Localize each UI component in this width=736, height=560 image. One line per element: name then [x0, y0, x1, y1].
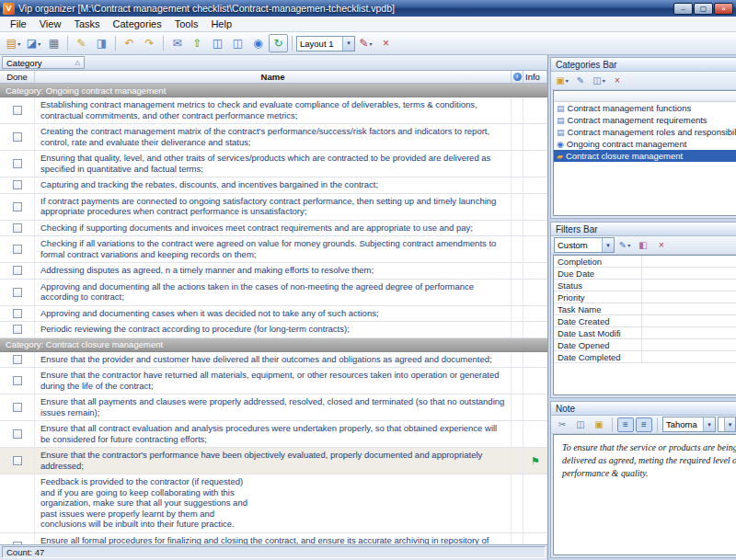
- task-row[interactable]: Ensure that the contractor have returned…: [0, 368, 547, 394]
- task-row[interactable]: Periodic reviewing the contract accordin…: [0, 322, 547, 338]
- task-checkbox[interactable]: [13, 403, 22, 412]
- task-checkbox[interactable]: [13, 266, 22, 275]
- web-button[interactable]: ◉: [248, 34, 268, 52]
- chevron-down-icon[interactable]: ▾: [342, 37, 354, 51]
- filter-field-row[interactable]: Priority: [554, 291, 736, 303]
- filter-field-value[interactable]: [642, 268, 736, 279]
- cut-button[interactable]: ✂: [554, 417, 570, 432]
- filter-field-row[interactable]: Date Created: [554, 315, 736, 327]
- task-row[interactable]: Creating the contract management matrix …: [0, 124, 547, 151]
- new-category-button[interactable]: ▣▾: [554, 74, 570, 88]
- edit-category-button[interactable]: ✎: [572, 74, 589, 88]
- filter-field-value[interactable]: [642, 327, 736, 338]
- filter-field-row[interactable]: Task Name: [554, 303, 736, 315]
- delete-filter-button[interactable]: ×: [653, 238, 670, 253]
- task-checkbox[interactable]: [13, 106, 22, 115]
- edit-layout-button[interactable]: ✎▾: [356, 34, 375, 52]
- filter-field-value[interactable]: [642, 256, 736, 267]
- chevron-down-icon[interactable]: ▾: [602, 238, 614, 252]
- print-button[interactable]: ▦: [44, 34, 63, 52]
- task-note-row[interactable]: Feedback is provided to the contractor (…: [0, 474, 547, 533]
- export-button[interactable]: ⇧: [188, 34, 207, 52]
- chevron-down-icon[interactable]: ▾: [703, 417, 715, 431]
- flag-icon[interactable]: ⚑: [531, 455, 540, 467]
- font-family-combo[interactable]: Tahoma▾: [662, 417, 716, 432]
- delete-layout-button[interactable]: ×: [376, 34, 396, 52]
- paste-button[interactable]: ▣: [591, 417, 607, 432]
- filter-field-row[interactable]: Due Date: [554, 268, 736, 280]
- duplicate-button[interactable]: ◨: [92, 34, 111, 52]
- filter-field-value[interactable]: [642, 280, 736, 291]
- new-task-button[interactable]: ▤▾: [4, 34, 23, 52]
- filters-bar-header[interactable]: Filters Bar ▣▭×: [551, 223, 736, 236]
- task-checkbox[interactable]: [13, 288, 22, 297]
- menu-tools[interactable]: Tools: [168, 17, 205, 30]
- filter-field-row[interactable]: Date Completed: [554, 351, 736, 363]
- group-header-row[interactable]: Category: Ongoing contract management: [0, 84, 547, 97]
- group-header-row[interactable]: Category: Contract closure management: [0, 338, 547, 352]
- category-item[interactable]: ▤Contract management roles and responsib…: [554, 126, 736, 138]
- task-checkbox[interactable]: [13, 355, 22, 364]
- menu-tasks[interactable]: Tasks: [67, 17, 106, 30]
- filter-field-value[interactable]: [642, 291, 736, 303]
- filter-field-value[interactable]: [642, 351, 736, 362]
- menu-view[interactable]: View: [33, 17, 68, 30]
- category-item[interactable]: ▤Contract management requirements1616: [554, 114, 736, 126]
- menu-categories[interactable]: Categories: [107, 17, 168, 30]
- filter-field-value[interactable]: [642, 303, 736, 314]
- task-checkbox[interactable]: [13, 180, 22, 189]
- task-row[interactable]: Approving and documenting all the action…: [0, 280, 547, 306]
- menu-help[interactable]: Help: [204, 17, 238, 30]
- task-row[interactable]: Approving and documenting cases when it …: [0, 306, 547, 323]
- view-switch-button[interactable]: ◫: [208, 34, 227, 52]
- edit-button[interactable]: ✎: [72, 34, 91, 52]
- undo-button[interactable]: ↶: [120, 34, 139, 52]
- task-row[interactable]: If contract payments are connected to on…: [0, 194, 547, 221]
- task-checkbox[interactable]: [13, 245, 22, 254]
- column-header-note-icon[interactable]: i: [512, 71, 523, 83]
- new-item-button[interactable]: ◪▾: [24, 34, 43, 52]
- task-row[interactable]: Checking if supporting documents and inv…: [0, 221, 547, 237]
- title-bar[interactable]: V Vip organizer [M:\Contract management …: [0, 0, 736, 17]
- align-left-button[interactable]: ≡: [617, 417, 634, 432]
- task-row[interactable]: Ensure that the provider and customer ha…: [0, 352, 547, 369]
- refresh-button[interactable]: ↻: [269, 34, 288, 52]
- task-checkbox[interactable]: [13, 325, 22, 334]
- category-item[interactable]: ◉Ongoing contract management1111: [554, 138, 736, 150]
- task-checkbox[interactable]: [13, 132, 22, 142]
- menu-file[interactable]: File: [4, 17, 33, 30]
- task-row[interactable]: Addressing disputes as agreed, n a timel…: [0, 263, 547, 280]
- filter-preset-combo[interactable]: Custom▾: [554, 237, 615, 253]
- chevron-down-icon[interactable]: ▾: [724, 417, 735, 431]
- font-size-combo[interactable]: ▾: [718, 417, 736, 432]
- filter-field-row[interactable]: Completion: [554, 256, 736, 268]
- task-row[interactable]: Ensure that all payments and clauses wer…: [0, 394, 547, 421]
- task-checkbox[interactable]: [13, 456, 22, 465]
- clear-filter-button[interactable]: ◧: [635, 238, 651, 253]
- panels-button[interactable]: ◫: [228, 34, 247, 52]
- note-text[interactable]: To ensure that the service or products a…: [553, 434, 736, 555]
- category-item[interactable]: ▤Contract management functions1010: [554, 102, 736, 114]
- task-row[interactable]: Ensure that all contract evaluation and …: [0, 421, 547, 448]
- categories-bar-header[interactable]: Categories Bar ▣▭×: [551, 58, 736, 72]
- task-row[interactable]: Ensure all formal procedures for finaliz…: [0, 533, 547, 545]
- task-checkbox[interactable]: [13, 223, 22, 233]
- column-header-name[interactable]: Name: [35, 71, 512, 83]
- minimize-button[interactable]: –: [673, 3, 693, 15]
- delete-category-button[interactable]: ×: [609, 74, 626, 88]
- copy-button[interactable]: ◫: [572, 417, 589, 432]
- task-checkbox[interactable]: [13, 429, 22, 439]
- task-checkbox[interactable]: [13, 202, 22, 211]
- task-row[interactable]: Ensure that the contractor's performance…: [0, 448, 547, 474]
- maximize-button[interactable]: ▢: [694, 3, 713, 15]
- category-sort-button[interactable]: Category △: [2, 56, 85, 69]
- filter-field-row[interactable]: Date Last Modifi: [554, 327, 736, 339]
- layout-combo[interactable]: Layout 1▾: [296, 36, 355, 51]
- category-item[interactable]: ▰Contract closure management66: [554, 150, 736, 162]
- email-button[interactable]: ✉: [167, 34, 187, 52]
- note-panel-header[interactable]: Note ▣▭×: [551, 402, 736, 416]
- align-justify-button[interactable]: ≡: [636, 417, 652, 432]
- task-checkbox[interactable]: [13, 309, 22, 318]
- category-name-column-header[interactable]: [554, 91, 736, 101]
- task-row[interactable]: Establishing contract management metrics…: [0, 97, 547, 124]
